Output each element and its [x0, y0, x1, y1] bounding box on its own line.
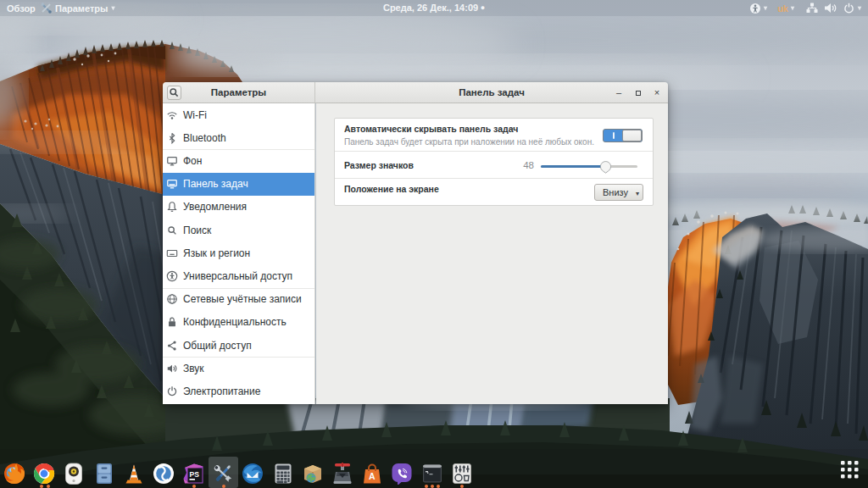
svg-text:PS: PS	[190, 470, 200, 479]
svg-text:A: A	[369, 471, 376, 481]
